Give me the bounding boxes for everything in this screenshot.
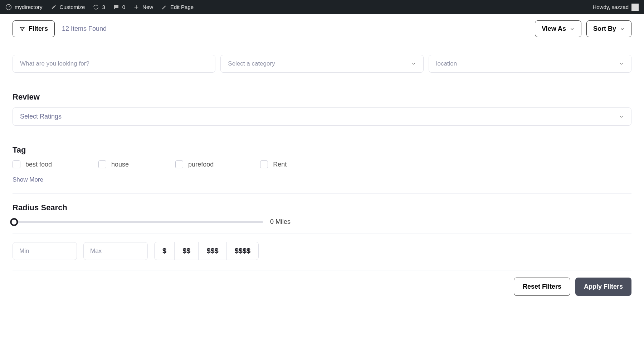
- search-input[interactable]: [13, 55, 215, 73]
- chevron-down-icon: [619, 61, 624, 66]
- tags-row: best food house purefood Rent: [13, 160, 631, 168]
- filter-icon: [19, 26, 25, 32]
- toolbar-left: Filters 12 Items Found: [13, 20, 107, 37]
- tag-label: purefood: [188, 161, 214, 168]
- site-link[interactable]: mydirectory: [5, 4, 43, 10]
- customize-link[interactable]: Customize: [50, 4, 85, 10]
- price-level-1[interactable]: $: [155, 242, 175, 260]
- brush-icon: [50, 4, 57, 10]
- price-level-3[interactable]: $$$: [199, 242, 226, 260]
- radius-value: 0 Miles: [270, 218, 291, 226]
- search-row: Select a category location: [13, 55, 631, 73]
- customize-label: Customize: [60, 4, 85, 10]
- comments-count: 0: [122, 4, 125, 10]
- tag-label: best food: [25, 161, 52, 168]
- updates-count: 3: [102, 4, 105, 10]
- location-select[interactable]: location: [429, 55, 631, 73]
- price-level-4[interactable]: $$$$: [227, 242, 259, 260]
- comment-icon: [113, 4, 119, 10]
- price-row: $ $$ $$$ $$$$: [13, 234, 631, 260]
- admin-bar: mydirectory Customize 3 0 New Edit Page …: [0, 0, 644, 14]
- price-level-group: $ $$ $$$ $$$$: [154, 242, 259, 260]
- tag-label: house: [111, 161, 129, 168]
- view-as-button[interactable]: View As: [535, 20, 581, 37]
- greeting-text: Howdy, sazzad: [592, 4, 629, 10]
- tag-item: purefood: [175, 160, 214, 168]
- site-name: mydirectory: [15, 4, 43, 10]
- ratings-select[interactable]: Select Ratings: [13, 107, 631, 126]
- chevron-down-icon: [620, 27, 625, 32]
- radius-section: Radius Search 0 Miles $ $$ $$$ $$$$: [13, 193, 631, 270]
- admin-bar-left: mydirectory Customize 3 0 New Edit Page: [5, 4, 194, 10]
- tag-item: best food: [13, 160, 52, 168]
- view-as-label: View As: [542, 25, 566, 33]
- filter-panel: Select a category location Review Select…: [0, 44, 644, 310]
- chevron-down-icon: [411, 61, 416, 66]
- filter-actions: Reset Filters Apply Filters: [13, 270, 631, 296]
- tag-title: Tag: [13, 145, 631, 155]
- show-more-link[interactable]: Show More: [13, 176, 631, 183]
- plus-icon: [133, 4, 140, 10]
- tag-checkbox[interactable]: [13, 160, 20, 168]
- review-section: Review Select Ratings: [13, 83, 631, 136]
- pencil-icon: [161, 4, 167, 10]
- price-level-2[interactable]: $$: [175, 242, 199, 260]
- radius-title: Radius Search: [13, 203, 631, 212]
- tag-checkbox[interactable]: [98, 160, 106, 168]
- edit-page-label: Edit Page: [170, 4, 194, 10]
- tag-checkbox[interactable]: [260, 160, 268, 168]
- refresh-icon: [93, 4, 99, 10]
- user-greeting[interactable]: Howdy, sazzad: [592, 4, 639, 11]
- items-found: 12 Items Found: [62, 25, 107, 33]
- review-title: Review: [13, 92, 631, 102]
- avatar: [631, 4, 639, 11]
- radius-slider[interactable]: [13, 221, 263, 223]
- category-placeholder: Select a category: [228, 60, 275, 67]
- sort-by-button[interactable]: Sort By: [586, 20, 631, 37]
- filters-button[interactable]: Filters: [13, 20, 55, 37]
- ratings-placeholder: Select Ratings: [20, 113, 62, 120]
- updates-link[interactable]: 3: [93, 4, 105, 10]
- new-label: New: [142, 4, 153, 10]
- tag-checkbox[interactable]: [175, 160, 183, 168]
- tag-section: Tag best food house purefood Rent Show M…: [13, 136, 631, 193]
- apply-filters-button[interactable]: Apply Filters: [575, 278, 631, 296]
- location-placeholder: location: [436, 60, 457, 67]
- radius-slider-row: 0 Miles: [13, 218, 631, 226]
- filters-label: Filters: [29, 25, 48, 33]
- category-select[interactable]: Select a category: [220, 55, 423, 73]
- reset-filters-button[interactable]: Reset Filters: [514, 278, 570, 296]
- radius-slider-thumb[interactable]: [10, 218, 18, 226]
- min-price-input[interactable]: [13, 242, 77, 260]
- admin-bar-right: Howdy, sazzad: [592, 4, 639, 11]
- edit-page-link[interactable]: Edit Page: [161, 4, 194, 10]
- max-price-input[interactable]: [83, 242, 148, 260]
- listing-toolbar: Filters 12 Items Found View As Sort By: [0, 14, 644, 44]
- tag-label: Rent: [273, 161, 287, 168]
- sort-by-label: Sort By: [593, 25, 616, 33]
- comments-link[interactable]: 0: [113, 4, 125, 10]
- chevron-down-icon: [570, 27, 575, 32]
- new-link[interactable]: New: [133, 4, 153, 10]
- dashboard-icon: [5, 4, 12, 10]
- tag-item: house: [98, 160, 129, 168]
- tag-item: Rent: [260, 160, 287, 168]
- chevron-down-icon: [619, 114, 624, 119]
- toolbar-right: View As Sort By: [535, 20, 631, 37]
